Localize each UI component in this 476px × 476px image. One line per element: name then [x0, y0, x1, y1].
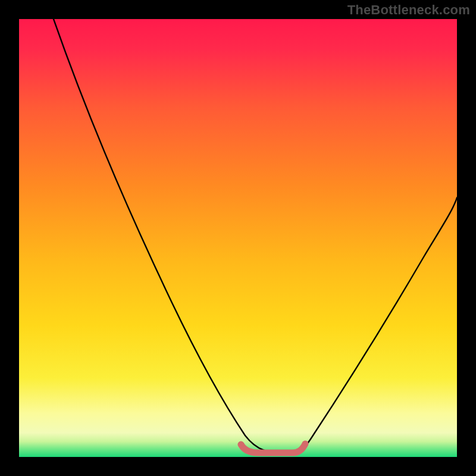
gradient-background	[19, 19, 457, 457]
chart-svg	[19, 19, 457, 457]
watermark-text: TheBottleneck.com	[347, 2, 470, 18]
svg-point-1	[302, 441, 308, 447]
chart-frame: TheBottleneck.com	[0, 0, 476, 476]
svg-point-0	[238, 441, 244, 447]
plot-area	[19, 19, 457, 457]
